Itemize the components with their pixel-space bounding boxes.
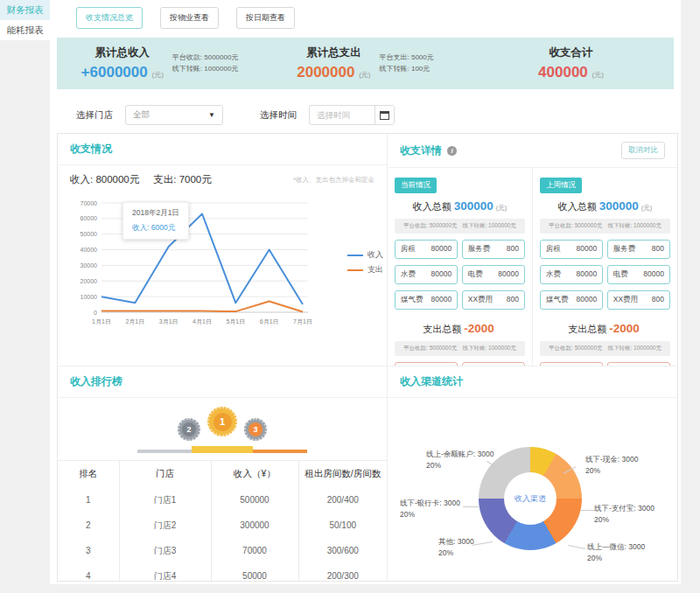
calendar-icon	[380, 111, 389, 120]
svg-text:50000: 50000	[80, 231, 98, 237]
summary-band: 累计总收入 +6000000 (元) 平台收款: 5000000元 线下转账: …	[57, 38, 674, 89]
donut-center-label: 收入渠道	[504, 472, 556, 525]
fee-box-water: 水费80000	[540, 265, 603, 284]
leader-line	[472, 541, 493, 546]
donut-chart-area: 收入渠道 线上-余额账户: 300020% 线下-现金: 300020% 线下-…	[388, 398, 677, 581]
expense-channel-bar: 平台收款: 5000000元线下转账: 1000000元	[395, 341, 525, 356]
income-expense-panel-title: 收支情况	[70, 142, 112, 157]
current-period-badge: 当前情况	[395, 178, 437, 193]
by-property-button[interactable]: 按物业查看	[160, 7, 219, 29]
silver-medal-icon: 2	[178, 418, 200, 441]
line-chart: 0100002000030000400005000060000700001月1日…	[65, 190, 387, 340]
fee-box-rent: 房租80000	[395, 240, 458, 259]
svg-text:1月1日: 1月1日	[92, 318, 111, 325]
info-icon[interactable]: i	[447, 146, 457, 156]
bronze-medal-icon: 3	[244, 418, 267, 441]
ranking-panel: 收入排行榜 2 1 3 排名 门店 收入（¥） 租出房间数/房间数	[58, 366, 388, 581]
svg-text:70000: 70000	[80, 200, 98, 206]
svg-text:3月1日: 3月1日	[159, 318, 178, 325]
calendar-button[interactable]	[374, 106, 394, 124]
total-expense-unit: (元)	[359, 71, 370, 79]
income-line-swatch	[347, 255, 363, 256]
current-period-column: 当前情况 收入总额300000(元) 平台收款: 5000000元线下转账: 1…	[388, 168, 533, 366]
leader-line	[580, 510, 594, 511]
expense-stat: 支出: 7000元	[153, 173, 211, 186]
filter-bar: 选择门店 全部 ▼ 选择时间	[50, 89, 681, 134]
expense-channel-bar: 平台收款: 5000000元线下转账: 1000000元	[540, 341, 670, 356]
last-week-column: 上周情况 收入总额300000(元) 平台收款: 5000000元线下转账: 1…	[533, 168, 677, 366]
total-expense-title: 累计总支出	[297, 45, 370, 60]
time-picker	[309, 105, 395, 125]
svg-text:30000: 30000	[80, 262, 98, 269]
channel-panel-title: 收入渠道统计	[400, 374, 463, 389]
donut-label-balance: 线上-余额账户: 300020%	[426, 449, 494, 471]
svg-text:40000: 40000	[80, 247, 98, 253]
svg-text:4月1日: 4月1日	[192, 318, 212, 325]
svg-text:20000: 20000	[80, 278, 98, 284]
total-income-value: +6000000	[81, 64, 148, 80]
total-expense-section: 累计总支出 2000000 (元) 平台支出: 5000元 线下转账: 100元	[262, 45, 468, 81]
income-expense-panel: 收支情况 收入: 800000元 支出: 7000元 *收入、支出包含押金和定金…	[58, 134, 388, 366]
overview-tab-button[interactable]: 收支情况总览	[76, 7, 143, 29]
income-total-value: 300000	[599, 199, 639, 213]
line-chart-svg: 0100002000030000400005000060000700001月1日…	[65, 190, 387, 337]
svg-text:5月1日: 5月1日	[226, 318, 245, 325]
donut-label-alipay: 线下-支付宝: 300020%	[594, 503, 654, 526]
fee-box-gas: 煤气费80000	[540, 290, 603, 310]
income-total-value: 300000	[454, 199, 494, 213]
leader-line	[463, 506, 479, 507]
view-toolbar: 收支情况总览 按物业查看 按日期查看	[50, 0, 681, 34]
sidebar-item-finance-report[interactable]: 财务报表	[0, 0, 50, 20]
table-row: 4门店450000200/300	[58, 563, 387, 581]
fee-box-rent: 房租80000	[540, 240, 603, 259]
details-panel: 收支详情 i 取消对比 当前情况 收入总额300000(元) 平台收款: 500…	[388, 134, 677, 366]
table-row: 1门店1500000200/400	[58, 487, 387, 513]
legend-item-expense[interactable]: 支出	[347, 264, 383, 276]
svg-text:6月1日: 6月1日	[260, 318, 279, 325]
svg-text:2月1日: 2月1日	[125, 318, 144, 325]
details-panel-title: 收支详情	[400, 143, 442, 158]
svg-text:60000: 60000	[80, 215, 98, 221]
svg-text:0: 0	[94, 310, 97, 316]
channel-panel: 收入渠道统计 收入渠道 线上-余额账户: 300020% 线下-现金: 3000…	[388, 366, 677, 581]
svg-text:7月1日: 7月1日	[293, 318, 312, 325]
sidebar-item-energy-report[interactable]: 能耗报表	[0, 20, 50, 40]
deposit-note: *收入、支出包含押金和定金	[293, 176, 374, 185]
store-select[interactable]: 全部 ▼	[125, 105, 223, 125]
ranking-panel-title: 收入排行榜	[70, 374, 122, 389]
donut-label-wechat: 线上—微信: 300020%	[587, 541, 645, 564]
store-filter-label: 选择门店	[76, 109, 113, 122]
expense-total-value: -2000	[464, 322, 494, 335]
leader-line	[568, 545, 585, 549]
chart-tooltip: 2018年2月1日 收入: 6000元	[122, 202, 189, 240]
donut-label-cash: 线下-现金: 300020%	[585, 454, 638, 477]
income-breakdown: 平台收款: 5000000元 线下转账: 1000000元	[172, 52, 239, 75]
net-total-unit: (元)	[592, 71, 604, 79]
donut-label-other: 其他: 300020%	[438, 536, 474, 559]
fee-box-service: 服务费800	[462, 240, 525, 259]
legend-item-income[interactable]: 收入	[347, 249, 383, 261]
table-row: 3门店370000300/600	[58, 538, 387, 563]
fee-box-xx: XX费用800	[462, 290, 525, 310]
fee-box-xx: XX费用800	[607, 290, 670, 310]
main-content: 收支情况总览 按物业查看 按日期查看 累计总收入 +6000000 (元) 平台…	[50, 0, 681, 584]
tooltip-date: 2018年2月1日	[132, 208, 179, 219]
time-input[interactable]	[310, 110, 374, 120]
expense-line-swatch	[347, 269, 363, 271]
total-expense-value: 2000000	[297, 64, 354, 80]
fee-box-gas: 煤气费80000	[395, 290, 458, 310]
total-income-unit: (元)	[151, 71, 163, 79]
income-stat: 收入: 800000元	[70, 173, 139, 186]
gold-medal-icon: 1	[207, 407, 237, 436]
chevron-down-icon: ▼	[208, 111, 215, 119]
cancel-compare-button[interactable]: 取消对比	[621, 142, 665, 159]
fee-box-water: 水费80000	[395, 265, 458, 284]
expense-breakdown: 平台支出: 5000元 线下转账: 100元	[380, 52, 434, 75]
by-date-button[interactable]: 按日期查看	[236, 7, 295, 29]
chart-legend: 收入 支出	[347, 246, 383, 279]
donut-label-bankcard: 线下-银行卡: 300020%	[400, 498, 460, 520]
donut-chart[interactable]: 收入渠道	[479, 447, 582, 550]
expense-total-value: -2000	[609, 322, 640, 335]
table-header-row: 排名 门店 收入（¥） 租出房间数/房间数	[58, 461, 387, 488]
fee-box-electric: 电费80000	[462, 265, 525, 284]
